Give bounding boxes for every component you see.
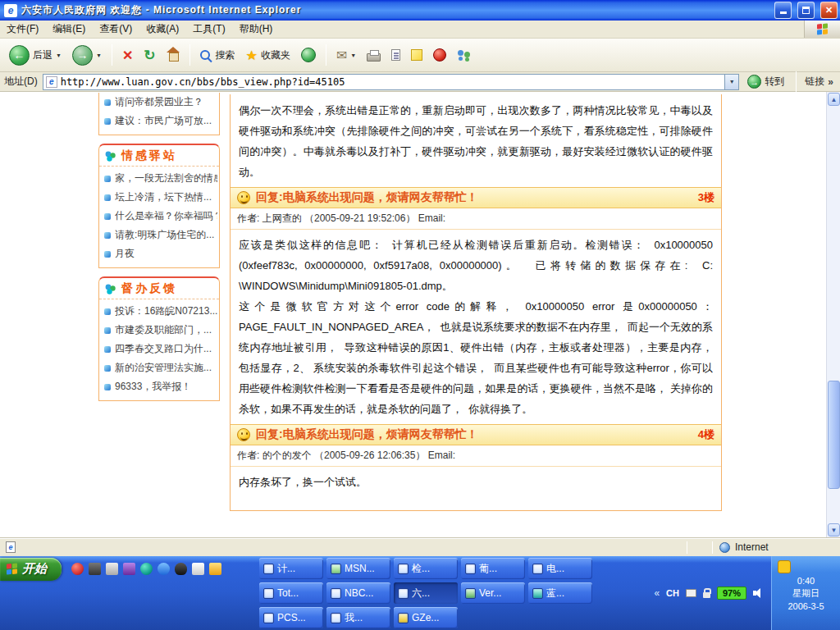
task-button-active[interactable]: 六... [394, 582, 458, 604]
sidebar-section-title: 情感驿站 [99, 145, 219, 167]
task-button[interactable]: PCS... [259, 607, 323, 628]
edit-button[interactable] [387, 48, 404, 62]
address-dropdown-button[interactable]: ▼ [724, 75, 738, 89]
sidebar-link[interactable]: 请问帝都景园业主？ [99, 93, 219, 112]
start-label: 开始 [22, 561, 47, 577]
sidebar-link[interactable]: 建议：市民广场可放... [99, 112, 219, 130]
stop-button[interactable]: ✕ [118, 46, 137, 65]
sidebar-link[interactable]: 什么是幸福？你幸福吗？ [99, 207, 219, 226]
minimize-button[interactable] [774, 2, 792, 19]
task-button[interactable]: Ver... [461, 582, 525, 604]
window-icon [331, 564, 341, 574]
menu-edit[interactable]: 编辑(E) [52, 22, 85, 36]
quick-launch-icon-8[interactable] [192, 563, 204, 575]
keyboard-icon[interactable] [686, 589, 696, 597]
links-menu[interactable]: 链接 » [805, 75, 836, 89]
sidebar-link[interactable]: 请教:明珠广场住宅的... [99, 226, 219, 244]
quick-launch-icon-3[interactable] [106, 563, 118, 575]
title-bar[interactable]: e 六安市人民政府网 欢迎您 - Microsoft Internet Expl… [0, 0, 840, 21]
task-button[interactable]: MSN... [326, 558, 390, 579]
status-separator [687, 541, 687, 554]
task-button-area: 计... MSN... 检... 葡... 电... Tot... NBC...… [256, 556, 592, 630]
task-button[interactable]: GZe... [394, 607, 458, 628]
quick-launch-icon-9[interactable] [209, 563, 221, 575]
address-input[interactable]: e http://www.luan.gov.cn/bbs/bbs_view.ph… [43, 74, 740, 90]
sidebar-link[interactable]: 市建委及职能部门，... [99, 321, 219, 340]
menu-file[interactable]: 文件(F) [7, 22, 39, 36]
address-bar: 地址(D) e http://www.luan.gov.cn/bbs/bbs_v… [0, 72, 840, 92]
volume-icon[interactable] [753, 588, 763, 598]
quick-launch-icon-4[interactable] [123, 563, 135, 575]
notification-icon[interactable] [778, 560, 791, 573]
start-button[interactable]: 开始 [0, 558, 62, 581]
lock-icon[interactable] [703, 592, 710, 598]
task-button[interactable]: 检... [394, 558, 458, 579]
bullet-icon [104, 308, 111, 315]
maximize-button[interactable] [797, 2, 815, 19]
task-button[interactable]: 电... [528, 558, 592, 579]
task-button[interactable]: 蓝... [528, 582, 592, 604]
sidebar-link[interactable]: 96333，我举报！ [99, 377, 219, 396]
print-button[interactable] [363, 48, 385, 63]
sidebar-link[interactable]: 四季春交叉路口为什... [99, 340, 219, 358]
close-button[interactable]: ✕ [820, 2, 838, 19]
go-label: 转到 [765, 75, 784, 89]
mail-button[interactable]: ✉ ▼ [332, 46, 360, 65]
favorites-button[interactable]: ★ 收藏夹 [242, 46, 294, 65]
task-button[interactable]: 计... [259, 558, 323, 579]
scroll-down-button[interactable]: ▼ [828, 523, 840, 536]
bullet-icon [104, 327, 111, 334]
bullet-icon [104, 176, 111, 182]
go-button[interactable]: → 转到 [744, 74, 788, 89]
quick-launch-icon-6[interactable] [158, 563, 170, 575]
mail-dropdown-icon[interactable]: ▼ [350, 52, 356, 58]
red-app-icon [433, 48, 446, 62]
task-button[interactable]: 葡... [461, 558, 525, 579]
sidebar-link[interactable]: 月夜 [99, 244, 219, 263]
forward-dropdown-icon[interactable]: ▼ [96, 52, 102, 58]
menu-favorites[interactable]: 收藏(A) [146, 22, 179, 36]
quick-launch-bar [62, 563, 221, 575]
forward-button[interactable]: → ▼ [68, 43, 106, 67]
search-button[interactable]: 搜索 [196, 47, 240, 64]
task-button[interactable]: NBC... [326, 582, 390, 604]
hide-icons-chevron[interactable]: « [654, 587, 660, 599]
sidebar-box-feedback: 督办反馈 投诉：16路皖N07213... 市建委及职能部门，... 四季春交叉… [98, 276, 220, 401]
status-separator [712, 541, 713, 554]
scroll-up-button[interactable]: ▲ [828, 93, 840, 106]
menu-tools[interactable]: 工具(T) [193, 22, 225, 36]
menu-help[interactable]: 帮助(H) [240, 22, 273, 36]
scrollbar-thumb[interactable] [828, 381, 840, 489]
quick-launch-icon-2[interactable] [89, 563, 101, 575]
history-button[interactable] [297, 46, 320, 64]
refresh-button[interactable]: ↻ [139, 45, 159, 66]
quick-launch-icon-5[interactable] [140, 563, 153, 575]
window-icon [398, 564, 409, 574]
sidebar-link[interactable]: 新的治安管理法实施... [99, 358, 219, 377]
battery-indicator[interactable]: 97% [717, 587, 746, 600]
sticky-note-icon [411, 49, 422, 61]
clock-date: 2006-3-5 [788, 601, 824, 611]
toolbar-separator [189, 44, 190, 66]
quick-launch-icon-1[interactable] [71, 563, 84, 575]
clock[interactable]: 0:40 星期日 2006-3-5 [771, 556, 840, 630]
windows-flag-icon [7, 564, 17, 575]
menu-view[interactable]: 查看(V) [99, 22, 132, 36]
sidebar-link[interactable]: 投诉：16路皖N07213... [99, 302, 219, 321]
task-button[interactable]: Tot... [259, 582, 323, 604]
sidebar-link[interactable]: 家，一段无法割舍的情感 [99, 169, 219, 188]
messenger-button[interactable] [453, 48, 475, 63]
language-indicator[interactable]: CH [666, 588, 679, 598]
red-app-tool-button[interactable] [429, 47, 450, 63]
back-dropdown-icon[interactable]: ▼ [56, 52, 62, 58]
notes-tool-button[interactable] [407, 48, 427, 62]
quick-launch-icon-7[interactable] [175, 563, 187, 575]
window-icon [465, 588, 476, 599]
vertical-scrollbar[interactable]: ▲ ▼ [826, 92, 840, 537]
task-button[interactable]: 我... [326, 607, 390, 628]
back-button[interactable]: ← 后退 ▼ [5, 43, 66, 67]
home-button[interactable] [162, 47, 184, 64]
sidebar-link[interactable]: 坛上冷清，坛下热情... [99, 188, 219, 207]
printer-icon [367, 53, 381, 62]
browser-viewport: 请问帝都景园业主？ 建议：市民广场可放... 情感驿站 家，一段无法割舍的情感 … [0, 92, 840, 537]
